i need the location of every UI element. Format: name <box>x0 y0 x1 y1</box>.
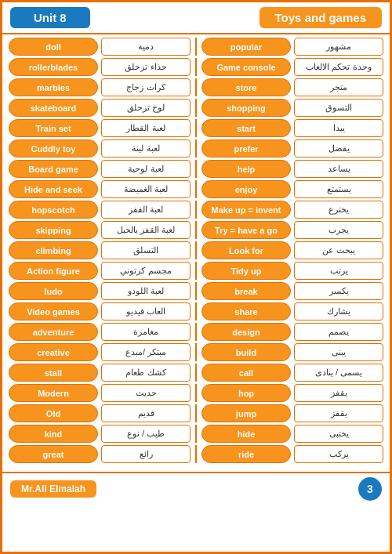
right-ar-cell: يكسر <box>294 282 383 300</box>
right-ar-cell: يسمى / ينادى <box>294 364 383 382</box>
right-ar-cell: متجر <box>294 78 383 96</box>
left-ar-cell: كرات زجاج <box>101 78 191 96</box>
right-ar-cell: يستمتع <box>294 180 383 198</box>
column-divider <box>195 343 197 361</box>
table-row: rollerblades حذاء تزحلق Game console وحد… <box>9 58 383 76</box>
table-row: doll دمية popular مشهور <box>9 38 383 56</box>
left-ar-cell: التسلق <box>101 241 191 259</box>
left-ar-cell: مغامرة <box>101 323 191 341</box>
left-en-cell: Action figure <box>9 262 98 280</box>
right-en-cell: hop <box>201 384 291 402</box>
table-row: climbing التسلق Look for يبحث عن <box>9 241 383 259</box>
right-en-cell: shopping <box>201 99 291 117</box>
table-row: Cuddly toy لعبة لينة prefer يفضل <box>9 139 383 158</box>
right-en-cell: prefer <box>201 139 291 158</box>
left-ar-cell: طيب / نوع <box>101 425 191 443</box>
right-en-cell: Look for <box>201 241 291 259</box>
page-footer: Mr.Ali Elmalah 3 <box>2 472 390 505</box>
left-en-cell: Train set <box>9 119 98 137</box>
column-divider <box>195 119 197 137</box>
left-en-cell: adventure <box>9 323 98 341</box>
right-ar-cell: مشهور <box>294 38 383 56</box>
unit-label: Unit 8 <box>10 7 90 28</box>
left-ar-cell: مجسم كرتوني <box>101 262 191 280</box>
left-en-cell: Hide and seek <box>9 180 98 198</box>
table-row: skipping لعبة القفز بالحبل Try = have a … <box>9 221 383 239</box>
right-en-cell: popular <box>201 38 291 56</box>
right-en-cell: jump <box>201 404 291 422</box>
right-en-cell: enjoy <box>201 180 291 198</box>
right-ar-cell: يقفز <box>294 404 383 422</box>
left-ar-cell: لعبة القفز بالحبل <box>101 221 191 239</box>
left-en-cell: Board game <box>9 160 98 178</box>
column-divider <box>195 99 197 117</box>
right-en-cell: Make up = invent <box>201 201 291 219</box>
left-ar-cell: لعبة لوحية <box>101 160 191 178</box>
column-divider <box>195 384 197 402</box>
column-divider <box>195 302 197 320</box>
left-en-cell: great <box>9 445 98 463</box>
right-ar-cell: يركب <box>294 445 383 463</box>
right-ar-cell: يقفز <box>294 384 383 402</box>
column-divider <box>195 445 197 463</box>
column-divider <box>195 241 197 259</box>
column-divider <box>195 221 197 239</box>
right-en-cell: ride <box>201 445 291 463</box>
left-en-cell: Video games <box>9 302 98 320</box>
right-ar-cell: يفضل <box>294 139 383 158</box>
left-ar-cell: لوح تزحلق <box>101 99 191 117</box>
right-ar-cell: يشارك <box>294 302 383 320</box>
column-divider <box>195 78 197 96</box>
column-divider <box>195 262 197 280</box>
right-ar-cell: يجرب <box>294 221 383 239</box>
column-divider <box>195 58 197 76</box>
left-ar-cell: دمية <box>101 38 191 56</box>
right-en-cell: Game console <box>201 58 291 76</box>
right-en-cell: start <box>201 119 291 137</box>
left-ar-cell: لعبة اللودو <box>101 282 191 300</box>
right-en-cell: help <box>201 160 291 178</box>
left-ar-cell: العاب فيديو <box>101 302 191 320</box>
left-en-cell: skipping <box>9 221 98 239</box>
table-row: creative مبتكر /مبدع build يبنى <box>9 343 383 361</box>
table-row: adventure مغامرة design يصمم <box>9 323 383 341</box>
right-ar-cell: يبنى <box>294 343 383 361</box>
right-ar-cell: وحدة تحكم الالعاب <box>294 58 383 76</box>
left-en-cell: ludo <box>9 282 98 300</box>
left-en-cell: creative <box>9 343 98 361</box>
right-en-cell: build <box>201 343 291 361</box>
right-en-cell: design <box>201 323 291 341</box>
column-divider <box>195 38 197 56</box>
page-title: Toys and games <box>260 7 382 28</box>
vocabulary-table: doll دمية popular مشهور rollerblades حذا… <box>2 34 390 469</box>
author-name: Mr.Ali Elmalah <box>10 480 96 498</box>
table-row: Board game لعبة لوحية help يساعد <box>9 160 383 178</box>
table-row: marbles كرات زجاج store متجر <box>9 78 383 96</box>
right-en-cell: share <box>201 302 291 320</box>
left-ar-cell: كشك طعام <box>101 364 191 382</box>
left-en-cell: hopscotch <box>9 201 98 219</box>
left-ar-cell: حديث <box>101 384 191 402</box>
right-en-cell: Tidy up <box>201 262 291 280</box>
right-en-cell: Try = have a go <box>201 221 291 239</box>
table-row: skateboard لوح تزحلق shopping التسوق <box>9 99 383 117</box>
page-header: Unit 8 Toys and games <box>2 2 390 34</box>
right-ar-cell: يبدا <box>294 119 383 137</box>
table-row: Action figure مجسم كرتوني Tidy up يرتب <box>9 262 383 280</box>
left-en-cell: kind <box>9 425 98 443</box>
right-ar-cell: يرتب <box>294 262 383 280</box>
left-ar-cell: لعبة القطار <box>101 119 191 137</box>
left-en-cell: Modern <box>9 384 98 402</box>
right-ar-cell: يساعد <box>294 160 383 178</box>
page-number: 3 <box>358 477 382 501</box>
table-row: ludo لعبة اللودو break يكسر <box>9 282 383 300</box>
right-ar-cell: يصمم <box>294 323 383 341</box>
left-ar-cell: لعبة الغميضة <box>101 180 191 198</box>
table-row: Train set لعبة القطار start يبدا <box>9 119 383 137</box>
column-divider <box>195 201 197 219</box>
right-en-cell: store <box>201 78 291 96</box>
left-en-cell: skateboard <box>9 99 98 117</box>
column-divider <box>195 323 197 341</box>
right-en-cell: break <box>201 282 291 300</box>
left-ar-cell: لعبة القفز <box>101 201 191 219</box>
